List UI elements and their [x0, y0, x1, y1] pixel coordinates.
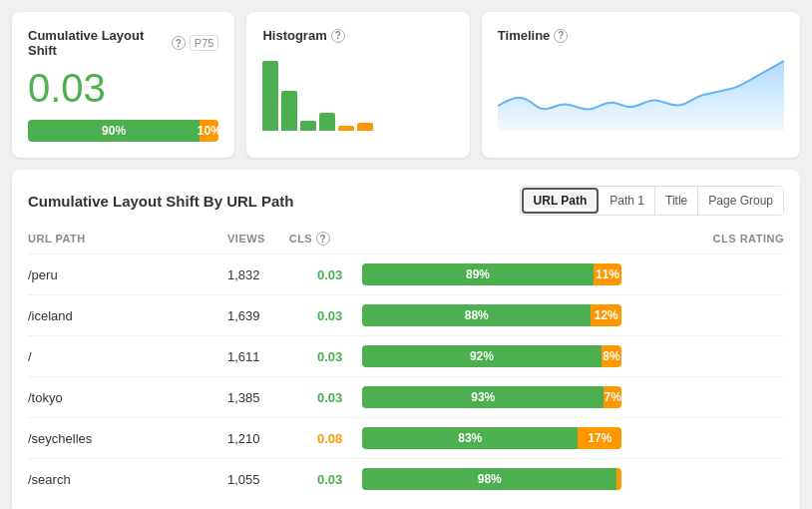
- table-header: URL PATH VIEWS CLS ? CLS RATING: [28, 228, 784, 254]
- tab-group: URL Path Path 1 Title Page Group: [520, 186, 784, 216]
- data-table: URL PATH VIEWS CLS ? CLS RATING /peru 1,…: [28, 228, 784, 499]
- cls-card: Cumulative Layout Shift ? P75 0.03 90% 1…: [12, 12, 234, 158]
- tab-path1[interactable]: Path 1: [600, 187, 655, 215]
- rating-bar: 89% 11%: [362, 263, 621, 285]
- hist-bar-1: [262, 61, 278, 131]
- cell-path: /peru: [28, 254, 227, 295]
- rating-green-segment: 83%: [362, 427, 578, 449]
- cls-bar: 90% 10%: [28, 120, 218, 142]
- cell-rating: 89% 11%: [362, 254, 784, 295]
- timeline-card-title: Timeline ?: [498, 28, 784, 43]
- rating-orange-segment: 7%: [604, 386, 621, 408]
- rating-orange-segment: 8%: [602, 345, 622, 367]
- rating-green-segment: 92%: [362, 345, 601, 367]
- cell-path: /iceland: [28, 295, 227, 336]
- hist-bar-5: [338, 126, 354, 131]
- cls-value: 0.03: [28, 66, 218, 110]
- table-row: / 1,611 0.03 92% 8%: [28, 336, 784, 377]
- hist-bar-6: [357, 123, 373, 131]
- hist-bar-4: [319, 113, 335, 131]
- col-header-path: URL PATH: [28, 228, 227, 254]
- cls-bar-orange: 10%: [200, 120, 218, 142]
- rating-bar: 98%: [362, 468, 621, 490]
- timeline-title-text: Timeline: [498, 28, 551, 43]
- cell-cls: 0.03: [289, 377, 363, 418]
- table-row: /tokyo 1,385 0.03 93% 7%: [28, 377, 784, 418]
- table-row: /peru 1,832 0.03 89% 11%: [28, 254, 784, 295]
- cell-path: /search: [28, 459, 227, 500]
- cell-cls: 0.08: [289, 418, 363, 459]
- cell-cls: 0.03: [289, 336, 363, 377]
- cell-rating: 93% 7%: [362, 377, 784, 418]
- histogram-help-icon[interactable]: ?: [331, 29, 345, 43]
- cell-rating: 88% 12%: [362, 295, 784, 336]
- cell-cls: 0.03: [289, 459, 363, 500]
- table-row: /seychelles 1,210 0.08 83% 17%: [28, 418, 784, 459]
- cell-cls: 0.03: [289, 295, 363, 336]
- timeline-card: Timeline ?: [482, 12, 800, 158]
- cls-badge: P75: [190, 35, 219, 51]
- cls-bar-green: 90%: [28, 120, 200, 142]
- rating-orange-segment: 11%: [594, 263, 622, 285]
- cell-path: /seychelles: [28, 418, 227, 459]
- table-header-row: Cumulative Layout Shift By URL Path URL …: [28, 186, 784, 216]
- col-header-views: VIEWS: [227, 228, 289, 254]
- table-body: /peru 1,832 0.03 89% 11% /iceland 1,639 …: [28, 254, 784, 500]
- cell-views: 1,210: [227, 418, 289, 459]
- histogram-title-text: Histogram: [262, 28, 326, 43]
- rating-green-segment: 93%: [362, 386, 604, 408]
- rating-green-segment: 89%: [362, 263, 593, 285]
- table-card: Cumulative Layout Shift By URL Path URL …: [12, 170, 800, 509]
- histogram-card: Histogram ?: [246, 12, 469, 158]
- cls-card-title: Cumulative Layout Shift ? P75: [28, 28, 218, 58]
- rating-bar: 93% 7%: [362, 386, 621, 408]
- cell-path: /: [28, 336, 227, 377]
- hist-bar-3: [300, 121, 316, 131]
- cell-rating: 83% 17%: [362, 418, 784, 459]
- hist-bar-2: [281, 91, 297, 131]
- tab-page-group[interactable]: Page Group: [698, 187, 783, 215]
- rating-bar: 88% 12%: [362, 304, 621, 326]
- tab-url-path[interactable]: URL Path: [522, 188, 600, 214]
- cell-cls: 0.03: [289, 254, 363, 295]
- col-header-cls: CLS ?: [289, 228, 363, 254]
- col-header-rating: CLS RATING: [362, 228, 784, 254]
- cell-views: 1,639: [227, 295, 289, 336]
- cls-col-help-icon[interactable]: ?: [316, 232, 330, 246]
- rating-green-segment: 98%: [362, 468, 616, 490]
- cell-views: 1,385: [227, 377, 289, 418]
- cls-title-text: Cumulative Layout Shift: [28, 28, 168, 58]
- cell-views: 1,055: [227, 459, 289, 500]
- timeline-chart: [498, 51, 784, 131]
- rating-bar: 83% 17%: [362, 427, 621, 449]
- tab-title[interactable]: Title: [655, 187, 698, 215]
- histogram-card-title: Histogram ?: [262, 28, 453, 43]
- table-row: /search 1,055 0.03 98%: [28, 459, 784, 500]
- rating-bar: 92% 8%: [362, 345, 621, 367]
- rating-orange-segment: 12%: [591, 304, 621, 326]
- table-row: /iceland 1,639 0.03 88% 12%: [28, 295, 784, 336]
- cell-views: 1,832: [227, 254, 289, 295]
- cell-path: /tokyo: [28, 377, 227, 418]
- timeline-help-icon[interactable]: ?: [554, 29, 568, 43]
- cell-views: 1,611: [227, 336, 289, 377]
- rating-orange-segment: 17%: [578, 427, 621, 449]
- cell-rating: 92% 8%: [362, 336, 784, 377]
- rating-orange-segment: [616, 468, 621, 490]
- histogram-bars: [262, 51, 453, 131]
- table-title: Cumulative Layout Shift By URL Path: [28, 193, 293, 210]
- rating-green-segment: 88%: [362, 304, 591, 326]
- cell-rating: 98%: [362, 459, 784, 500]
- cls-help-icon[interactable]: ?: [172, 36, 186, 50]
